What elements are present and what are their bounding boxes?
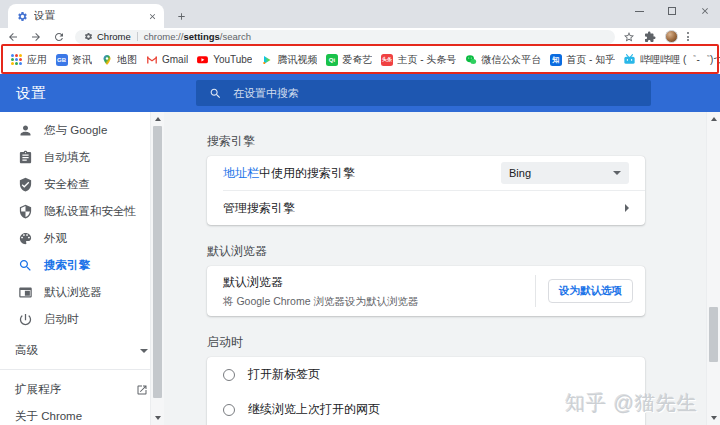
- power-icon: [18, 312, 33, 327]
- maximize-button[interactable]: [668, 7, 676, 15]
- minimize-icon: [635, 11, 644, 12]
- maximize-icon: [668, 7, 676, 15]
- profile-avatar[interactable]: [665, 30, 678, 43]
- privacy-shield-icon: [18, 204, 33, 219]
- bookmark-item-maps[interactable]: 地图: [100, 53, 137, 67]
- tab-title: 设置: [34, 9, 148, 23]
- reload-icon: [53, 31, 65, 43]
- sidebar-item-safety-check[interactable]: 安全检查: [0, 171, 164, 198]
- sidebar-item-privacy[interactable]: 隐私设置和安全性: [0, 198, 164, 225]
- search-engine-select[interactable]: Bing: [501, 162, 629, 184]
- settings-search-box[interactable]: 在设置中搜索: [196, 80, 651, 106]
- address-bar-link[interactable]: 地址栏: [223, 166, 259, 180]
- bookmark-item-toutiao[interactable]: 头条主页 - 头条号: [380, 53, 456, 67]
- browser-menu-button[interactable]: [687, 32, 689, 41]
- url-text: chrome://settings/search: [144, 31, 251, 42]
- scroll-up-icon[interactable]: [711, 117, 717, 121]
- scroll-down-icon[interactable]: [711, 416, 717, 420]
- sidebar-scrollbar-thumb[interactable]: [153, 126, 162, 398]
- minimize-button[interactable]: [635, 11, 644, 12]
- maps-pin-icon: [100, 53, 113, 66]
- content-scrollbar-thumb[interactable]: [709, 307, 718, 362]
- bookmark-item-tencent-video[interactable]: 腾讯视频: [260, 53, 317, 67]
- bookmark-item-wechat[interactable]: 微信公众平台: [464, 53, 541, 67]
- palette-icon: [18, 231, 33, 246]
- browser-tab[interactable]: 设置: [8, 4, 164, 28]
- star-icon: [623, 31, 635, 43]
- chevron-right-icon: [625, 204, 629, 212]
- address-toolbar: Chrome chrome://settings/search: [0, 28, 720, 45]
- section-title-search-engine: 搜索引擎: [207, 112, 645, 149]
- url-chip-text: Chrome: [97, 31, 131, 42]
- radio-circle-icon[interactable]: [223, 369, 235, 381]
- close-window-button[interactable]: [700, 6, 710, 16]
- plus-icon: [176, 11, 187, 22]
- omnibox[interactable]: Chrome chrome://settings/search: [75, 30, 615, 44]
- scroll-up-icon[interactable]: [155, 117, 161, 121]
- bookmark-item-apps[interactable]: 应用: [10, 53, 47, 67]
- settings-sidebar: 您与 Google 自动填充 安全检查 隐私设置和安全性 外观 搜索引擎: [0, 112, 164, 425]
- bookmark-item-bilibili[interactable]: 哔哩哔哩 (゜-゜)つ...: [623, 53, 720, 67]
- back-button[interactable]: [3, 29, 23, 45]
- toutiao-icon: 头条: [380, 53, 393, 66]
- section-title-default-browser: 默认浏览器: [207, 225, 645, 259]
- section-title-startup: 启动时: [207, 316, 645, 350]
- select-value: Bing: [509, 167, 531, 179]
- sidebar-item-you-and-google[interactable]: 您与 Google: [0, 117, 164, 144]
- caret-down-icon: [613, 171, 621, 175]
- sidebar-item-startup[interactable]: 启动时: [0, 306, 164, 333]
- reload-button[interactable]: [49, 29, 69, 45]
- bookmark-item-zhihu[interactable]: 知首页 - 知乎: [549, 53, 615, 67]
- row-manage-engines[interactable]: 管理搜索引擎: [207, 191, 645, 225]
- bilibili-icon: [623, 53, 636, 66]
- autofill-icon: [18, 150, 33, 165]
- radio-circle-icon[interactable]: [223, 404, 235, 416]
- sidebar-item-appearance[interactable]: 外观: [0, 225, 164, 252]
- radio-row-open-new-tab[interactable]: 打开新标签页: [207, 357, 645, 392]
- puzzle-icon: [644, 31, 656, 43]
- settings-gear-favicon-icon: [17, 11, 28, 22]
- zhihu-icon: 知: [549, 53, 562, 66]
- watermark: 知乎 @猫先生: [565, 390, 698, 417]
- bookmarks-bar: 应用 GB资讯 地图 Gmail YouTube 腾讯视频 Qi爱奇艺: [0, 45, 720, 74]
- bookmark-item-news[interactable]: GB资讯: [55, 53, 92, 67]
- close-icon: [700, 6, 710, 16]
- new-tab-button[interactable]: [172, 7, 190, 25]
- search-icon: [209, 87, 222, 100]
- chip-separator: [137, 32, 138, 41]
- settings-header: 设置 在设置中搜索: [0, 74, 720, 112]
- apps-grid-icon: [10, 53, 23, 66]
- sidebar-scrollbar[interactable]: [150, 112, 164, 425]
- search-engine-icon: [18, 258, 33, 273]
- iqiyi-icon: Qi: [325, 53, 338, 66]
- sidebar-item-autofill[interactable]: 自动填充: [0, 144, 164, 171]
- browser-window: 设置 Chrome chrome: [0, 0, 720, 425]
- row-address-bar-engine: 地址栏中使用的搜索引擎 Bing: [207, 156, 645, 190]
- settings-page: 您与 Google 自动填充 安全检查 隐私设置和安全性 外观 搜索引擎: [0, 112, 720, 425]
- content-scrollbar[interactable]: [706, 112, 720, 425]
- bookmark-item-youtube[interactable]: YouTube: [196, 53, 252, 66]
- bookmark-item-iqiyi[interactable]: Qi爱奇艺: [325, 53, 372, 67]
- scroll-down-icon[interactable]: [155, 416, 161, 420]
- sidebar-item-default-browser[interactable]: 默认浏览器: [0, 279, 164, 306]
- sidebar-item-search-engine[interactable]: 搜索引擎: [0, 252, 164, 279]
- card-default-browser: 默认浏览器 将 Google Chrome 浏览器设为默认浏览器 设为默认选项: [207, 266, 645, 316]
- safety-check-icon: [18, 177, 33, 192]
- extensions-link[interactable]: 扩展程序: [0, 376, 164, 403]
- settings-search-placeholder: 在设置中搜索: [233, 86, 299, 101]
- set-default-button[interactable]: 设为默认选项: [548, 279, 633, 303]
- about-chrome-link[interactable]: 关于 Chrome: [0, 403, 164, 425]
- extensions-button[interactable]: [644, 31, 656, 43]
- youtube-icon: [196, 53, 209, 66]
- card-search-engine: 地址栏中使用的搜索引擎 Bing 管理搜索引擎: [207, 156, 645, 225]
- forward-button[interactable]: [26, 29, 46, 45]
- tab-close-icon[interactable]: [148, 12, 157, 21]
- tencent-video-icon: [260, 53, 273, 66]
- default-browser-subtitle: 将 Google Chrome 浏览器设为默认浏览器: [223, 295, 523, 309]
- advanced-toggle[interactable]: 高级: [0, 337, 164, 364]
- bookmark-item-gmail[interactable]: Gmail: [145, 53, 188, 66]
- site-chip-gear-icon: [84, 32, 93, 41]
- bookmark-star-button[interactable]: [623, 31, 635, 43]
- external-link-icon: [136, 384, 148, 396]
- forward-arrow-icon: [30, 31, 42, 43]
